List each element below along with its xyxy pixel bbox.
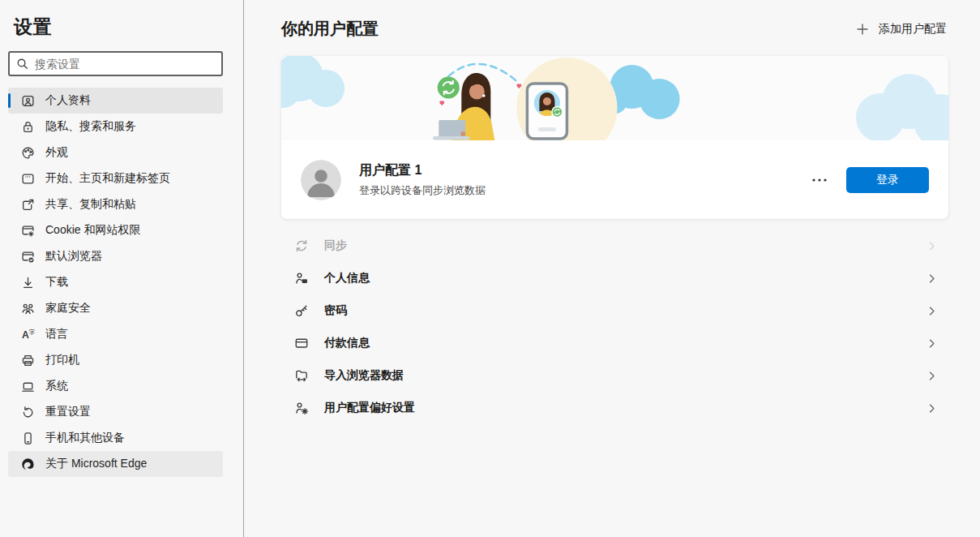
download-icon xyxy=(21,276,35,290)
ellipsis-icon xyxy=(812,178,827,182)
search-input[interactable] xyxy=(35,58,215,71)
profiles-panel: 你的用户配置 添加用户配置 xyxy=(244,0,980,537)
sidebar-item-profiles[interactable]: 个人资料 xyxy=(8,88,223,114)
sign-in-button[interactable]: 登录 xyxy=(846,167,929,193)
add-profile-button[interactable]: 添加用户配置 xyxy=(854,19,948,40)
sidebar-item-system[interactable]: 系统 xyxy=(8,373,223,399)
sync-badge xyxy=(438,77,460,99)
lock-icon xyxy=(21,120,35,134)
page-title: 你的用户配置 xyxy=(281,18,379,40)
sidebar-item-label: 共享、复制和粘贴 xyxy=(45,197,136,212)
palette-icon xyxy=(21,146,35,160)
printer-icon xyxy=(21,354,35,367)
profile-preferences-icon xyxy=(294,401,309,415)
search-icon xyxy=(16,58,28,70)
sidebar-item-label: 下载 xyxy=(45,275,68,290)
sidebar-item-reset-settings[interactable]: 重置设置 xyxy=(8,399,223,425)
plus-icon xyxy=(856,23,869,36)
sidebar-item-label: 开始、主页和新建标签页 xyxy=(45,171,170,186)
sidebar-item-label: 个人资料 xyxy=(45,93,91,108)
avatar xyxy=(301,160,341,200)
row-label: 导入浏览器数据 xyxy=(324,368,911,383)
profile-row: 用户配置 1 登录以跨设备同步浏览数据 登录 xyxy=(281,140,948,219)
sidebar-item-label: 手机和其他设备 xyxy=(45,431,125,445)
row-label: 付款信息 xyxy=(324,336,911,350)
import-data-icon xyxy=(294,368,309,383)
row-label: 同步 xyxy=(324,238,911,253)
site-permissions-icon xyxy=(21,224,35,238)
sidebar-item-label: 系统 xyxy=(45,379,68,393)
row-personal-info[interactable]: 个人信息 xyxy=(281,262,948,294)
chevron-right-icon xyxy=(927,273,937,284)
sidebar-item-label: Cookie 和网站权限 xyxy=(45,223,140,238)
sidebar-item-family-safety[interactable]: 家庭安全 xyxy=(8,295,223,321)
sidebar-item-label: 语言 xyxy=(45,327,68,342)
search-box[interactable] xyxy=(8,51,223,76)
more-options-button[interactable] xyxy=(806,168,833,192)
row-label: 用户配置偏好设置 xyxy=(324,401,911,415)
settings-sidebar: 设置 个人资料 隐私、搜索和服务 外观 开始、主页和新建标签页 xyxy=(0,0,244,537)
settings-title: 设置 xyxy=(14,15,243,40)
row-label: 密码 xyxy=(324,303,911,318)
profile-settings-list: 同步 个人信息 密码 付款信息 导入浏览器数据 xyxy=(281,230,948,424)
sidebar-item-privacy[interactable]: 隐私、搜索和服务 xyxy=(8,114,223,140)
profile-card: 用户配置 1 登录以跨设备同步浏览数据 登录 xyxy=(281,56,948,219)
svg-text:字: 字 xyxy=(29,328,35,335)
sync-icon xyxy=(294,238,309,253)
chevron-right-icon xyxy=(927,338,937,349)
sidebar-item-cookies-permissions[interactable]: Cookie 和网站权限 xyxy=(8,217,223,243)
edge-settings-page: 设置 个人资料 隐私、搜索和服务 外观 开始、主页和新建标签页 xyxy=(0,0,980,537)
sidebar-item-default-browser[interactable]: 默认浏览器 xyxy=(8,243,223,269)
personal-info-icon xyxy=(294,271,309,286)
password-key-icon xyxy=(294,303,309,318)
tabs-layout-icon xyxy=(21,172,35,186)
sync-illustration xyxy=(281,56,948,140)
phone-icon xyxy=(21,432,35,445)
sidebar-item-label: 隐私、搜索和服务 xyxy=(45,119,136,134)
system-icon xyxy=(21,380,35,393)
sidebar-item-label: 打印机 xyxy=(45,353,79,367)
sidebar-item-label: 默认浏览器 xyxy=(45,249,102,264)
row-profile-preferences[interactable]: 用户配置偏好设置 xyxy=(281,392,948,424)
sidebar-item-appearance[interactable]: 外观 xyxy=(8,140,223,165)
sidebar-item-about[interactable]: 关于 Microsoft Edge xyxy=(8,451,223,477)
row-sync[interactable]: 同步 xyxy=(281,230,948,262)
profile-description: 登录以跨设备同步浏览数据 xyxy=(359,183,486,198)
sidebar-item-share-copy-paste[interactable]: 共享、复制和粘贴 xyxy=(8,191,223,217)
chevron-right-icon xyxy=(927,403,937,414)
add-profile-label: 添加用户配置 xyxy=(879,22,947,37)
sidebar-item-label: 外观 xyxy=(45,145,68,160)
row-import-browser-data[interactable]: 导入浏览器数据 xyxy=(281,359,948,392)
phone-illustration xyxy=(527,84,567,139)
svg-text:A: A xyxy=(22,329,29,341)
payment-card-icon xyxy=(294,336,309,350)
sidebar-item-label: 家庭安全 xyxy=(45,301,91,316)
default-browser-icon xyxy=(21,250,35,264)
sidebar-item-downloads[interactable]: 下载 xyxy=(8,269,223,295)
profile-name: 用户配置 1 xyxy=(359,162,486,179)
language-icon: A字 xyxy=(21,328,35,342)
share-icon xyxy=(21,198,35,212)
edge-logo-icon xyxy=(21,458,35,471)
settings-nav: 个人资料 隐私、搜索和服务 外观 开始、主页和新建标签页 共享、复制和粘贴 Co xyxy=(0,88,243,477)
sidebar-item-phone-devices[interactable]: 手机和其他设备 xyxy=(8,425,223,451)
sidebar-item-label: 重置设置 xyxy=(45,405,91,419)
chevron-right-icon xyxy=(927,306,937,316)
family-icon xyxy=(21,302,35,316)
reset-icon xyxy=(21,406,35,419)
sidebar-item-printers[interactable]: 打印机 xyxy=(8,347,223,373)
profile-card-icon xyxy=(21,94,35,108)
chevron-right-icon xyxy=(927,241,937,251)
chevron-right-icon xyxy=(927,371,937,381)
sidebar-item-label: 关于 Microsoft Edge xyxy=(45,457,147,471)
sidebar-item-languages[interactable]: A字 语言 xyxy=(8,321,223,347)
row-passwords[interactable]: 密码 xyxy=(281,294,948,327)
sidebar-item-start-home-newtab[interactable]: 开始、主页和新建标签页 xyxy=(8,165,223,191)
row-payment-info[interactable]: 付款信息 xyxy=(281,327,948,359)
row-label: 个人信息 xyxy=(324,271,911,286)
